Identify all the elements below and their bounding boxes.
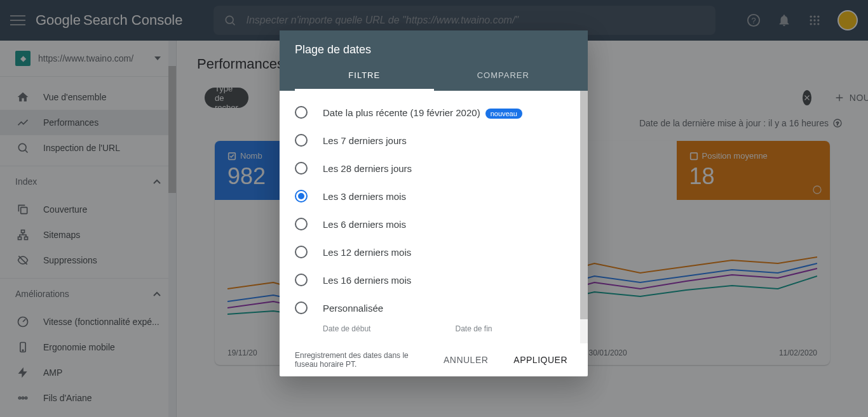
radio-icon: [295, 274, 308, 286]
radio-label: Les 6 derniers mois: [323, 219, 406, 230]
radio-label: Les 7 derniers jours: [323, 135, 407, 146]
radio-icon: [295, 190, 308, 202]
radio-7-days[interactable]: Les 7 derniers jours: [280, 126, 588, 154]
radio-icon: [295, 134, 308, 147]
radio-icon: [295, 106, 308, 119]
badge-new: nouveau: [485, 109, 522, 119]
timezone-note: Enregistrement des dates dans le fuseau …: [295, 351, 433, 369]
radio-icon: [295, 246, 308, 258]
radio-6-months[interactable]: Les 6 derniers mois: [280, 210, 588, 238]
radio-label: Les 28 derniers jours: [323, 163, 412, 174]
start-date-field[interactable]: Date de début: [323, 324, 440, 333]
radio-icon: [295, 218, 308, 230]
end-date-field[interactable]: Date de fin: [456, 324, 573, 333]
tab-filter[interactable]: FILTRE: [295, 62, 434, 91]
radio-label: Personnalisée: [323, 303, 383, 314]
radio-icon: [295, 162, 308, 175]
radio-label: Date la plus récente (19 février 2020): [323, 107, 480, 118]
radio-label: Les 3 derniers mois: [323, 191, 406, 202]
radio-label: Les 16 derniers mois: [323, 275, 411, 286]
tab-compare[interactable]: COMPARER: [434, 62, 573, 91]
radio-icon: [295, 301, 308, 314]
radio-custom[interactable]: Personnalisée: [280, 294, 588, 322]
cancel-button[interactable]: ANNULER: [433, 348, 498, 371]
dialog-title: Plage de dates: [295, 43, 573, 56]
radio-label: Les 12 derniers mois: [323, 247, 411, 258]
radio-most-recent[interactable]: Date la plus récente (19 février 2020)no…: [280, 98, 588, 126]
dialog-scrollbar[interactable]: [580, 91, 588, 343]
radio-3-months[interactable]: Les 3 derniers mois: [280, 182, 588, 210]
apply-button[interactable]: APPLIQUER: [503, 348, 578, 371]
radio-16-months[interactable]: Les 16 derniers mois: [280, 266, 588, 294]
radio-12-months[interactable]: Les 12 derniers mois: [280, 238, 588, 266]
radio-28-days[interactable]: Les 28 derniers jours: [280, 154, 588, 182]
date-range-dialog: Plage de dates FILTRE COMPARER Date la p…: [280, 30, 588, 376]
